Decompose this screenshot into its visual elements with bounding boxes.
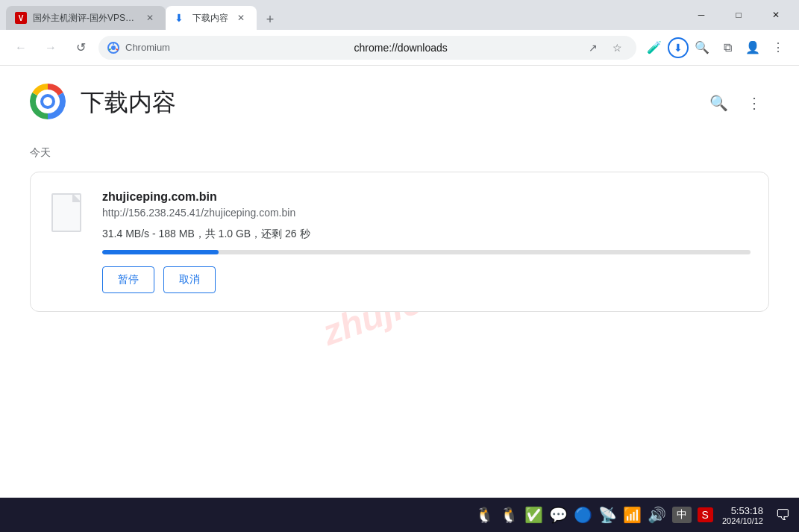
download-info: zhujiceping.com.bin http://156.238.245.4… (102, 190, 751, 293)
page-search-button[interactable]: 🔍 (704, 88, 733, 118)
taskbar-icon-sound[interactable]: 🔊 (648, 506, 666, 524)
cancel-button[interactable]: 取消 (163, 266, 216, 293)
svg-text:V: V (19, 14, 24, 22)
taskbar-icon-check[interactable]: ✅ (524, 506, 543, 524)
search-icon: 🔍 (695, 40, 709, 54)
url-text: chrome://downloads (354, 42, 577, 54)
page-title: 下载内容 (81, 87, 176, 119)
page-menu-button[interactable]: ⋮ (739, 88, 769, 118)
taskbar-icon-penguin2[interactable]: 🐧 (500, 506, 518, 524)
svg-line-6 (109, 48, 111, 50)
tab-1-favicon: V (15, 12, 27, 24)
taskbar-icon-network[interactable]: 📡 (598, 506, 617, 524)
taskbar-system: 5:53:18 2024/10/12 🗨 (722, 505, 790, 525)
page-header-left: 下载内容 (30, 84, 176, 122)
taskbar-icons: 🐧 🐧 ✅ 💬 🔵 📡 📶 🔊 中 S (475, 506, 713, 524)
pause-button[interactable]: 暂停 (102, 266, 154, 293)
page-header-right: 🔍 ⋮ (704, 88, 769, 118)
refresh-button[interactable]: ↺ (69, 36, 93, 60)
search-toolbar-button[interactable]: 🔍 (690, 36, 714, 60)
taskbar-icon-wifi[interactable]: 📶 (623, 506, 642, 524)
toolbar-icons: 🧪 ⬇ 🔍 ⧉ 👤 ⋮ (642, 36, 790, 60)
page-logo (30, 84, 66, 122)
page-search-icon: 🔍 (709, 94, 728, 112)
page-menu-icon: ⋮ (747, 94, 762, 112)
download-status: 31.4 MB/s - 188 MB，共 1.0 GB，还剩 26 秒 (102, 228, 751, 241)
svg-point-3 (111, 46, 116, 50)
refresh-icon: ↺ (76, 40, 86, 54)
notification-button[interactable]: 🗨 (775, 507, 790, 524)
tab-1-title: 国外主机测评-国外VPS、国... (33, 12, 137, 25)
download-icon: ⬇ (674, 42, 683, 54)
taskbar-icon-penguin1[interactable]: 🐧 (475, 506, 494, 524)
url-bar-favicon (107, 42, 119, 54)
page-content: 下载内容 🔍 ⋮ zhujiceping.com 今天 zhujiceping.… (0, 66, 799, 498)
tab-2-title: 下载内容 (192, 12, 228, 25)
split-icon: ⧉ (724, 41, 732, 54)
svg-point-9 (43, 97, 52, 106)
back-icon: ← (15, 41, 27, 54)
extension-button[interactable]: 🧪 (642, 36, 666, 60)
account-button[interactable]: 👤 (741, 36, 765, 60)
tab-bar: V 国外主机测评-国外VPS、国... ✕ ⬇ 下载内容 ✕ + (6, 0, 684, 30)
taskbar-icon-input[interactable]: 中 (672, 507, 692, 523)
new-tab-button[interactable]: + (260, 9, 281, 30)
section-label: 今天 (30, 146, 769, 160)
file-icon (48, 190, 84, 235)
account-icon: 👤 (745, 40, 760, 54)
download-url: http://156.238.245.41/zhujiceping.com.bi… (102, 207, 751, 219)
tab-2-favicon: ⬇ (175, 12, 187, 24)
taskbar-icon-bluetooth[interactable]: 🔵 (574, 506, 592, 524)
window-controls: ─ □ ✕ (684, 3, 793, 27)
browser-name: Chromium (125, 42, 348, 53)
url-bar-icons: ↗ ☆ (583, 37, 627, 58)
share-button[interactable]: ↗ (583, 37, 604, 58)
download-card: zhujiceping.com.bin http://156.238.245.4… (30, 172, 769, 312)
svg-line-5 (116, 48, 119, 50)
title-bar: V 国外主机测评-国外VPS、国... ✕ ⬇ 下载内容 ✕ + ─ □ ✕ (0, 0, 799, 30)
split-button[interactable]: ⧉ (715, 36, 739, 60)
download-toolbar-button[interactable]: ⬇ (668, 37, 689, 58)
download-filename: zhujiceping.com.bin (102, 190, 751, 204)
tab-2[interactable]: ⬇ 下载内容 ✕ (166, 6, 257, 30)
page-header: 下载内容 🔍 ⋮ (30, 84, 769, 122)
maximize-button[interactable]: □ (721, 3, 756, 27)
bookmark-button[interactable]: ☆ (607, 37, 627, 58)
minimize-button[interactable]: ─ (684, 3, 718, 27)
url-bar[interactable]: Chromium chrome://downloads ↗ ☆ (98, 36, 636, 60)
forward-icon: → (45, 41, 57, 54)
progress-bar (102, 250, 751, 254)
download-actions: 暂停 取消 (102, 266, 751, 293)
taskbar-icon-wechat[interactable]: 💬 (549, 506, 568, 524)
tab-1[interactable]: V 国外主机测评-国外VPS、国... ✕ (6, 6, 166, 30)
tab-1-close[interactable]: ✕ (143, 11, 157, 25)
taskbar-time: 5:53:18 (722, 505, 763, 516)
taskbar-datetime: 5:53:18 2024/10/12 (722, 505, 763, 525)
flask-icon: 🧪 (647, 40, 662, 54)
close-button[interactable]: ✕ (759, 3, 793, 27)
forward-button[interactable]: → (39, 36, 63, 60)
bookmark-icon: ☆ (612, 42, 622, 54)
address-bar: ← → ↺ Chromium chrome://downloads ↗ ☆ (0, 30, 799, 66)
back-button[interactable]: ← (9, 36, 33, 60)
share-icon: ↗ (589, 42, 598, 54)
taskbar: 🐧 🐧 ✅ 💬 🔵 📡 📶 🔊 中 S 5:53:18 2024/10/12 🗨 (0, 498, 799, 532)
progress-bar-fill (102, 250, 219, 254)
tab-2-close[interactable]: ✕ (234, 11, 248, 25)
taskbar-icon-s[interactable]: S (698, 507, 713, 522)
menu-button[interactable]: ⋮ (766, 36, 790, 60)
menu-icon: ⋮ (772, 40, 784, 54)
taskbar-date: 2024/10/12 (722, 516, 763, 525)
